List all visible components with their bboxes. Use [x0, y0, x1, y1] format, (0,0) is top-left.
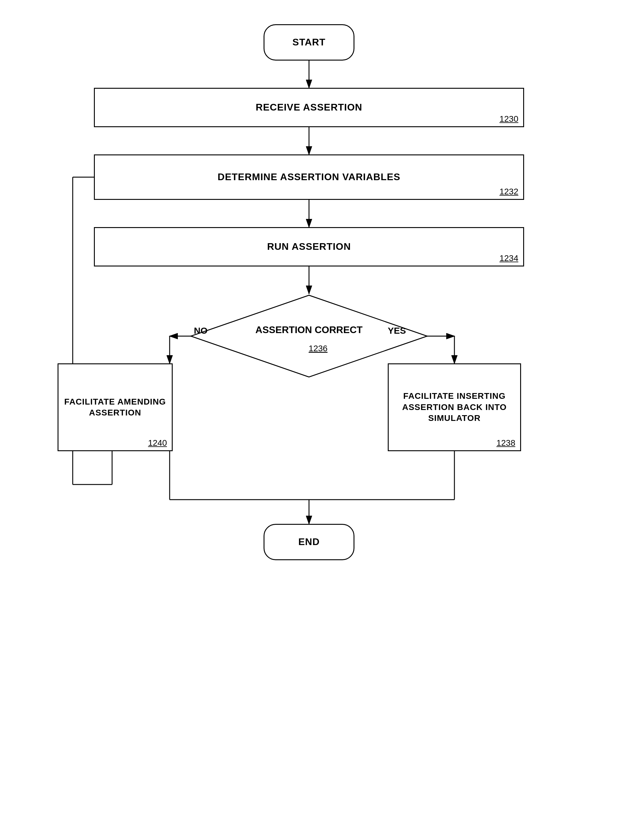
yes-label: YES [388, 326, 406, 336]
ref-1238: 1238 [496, 438, 515, 448]
end-node: END [264, 524, 354, 560]
start-label: START [292, 36, 325, 49]
inserting-assertion-label: FACILITATE INSERTING ASSERTION BACK INTO… [389, 388, 520, 427]
ref-1230: 1230 [499, 114, 518, 124]
svg-text:1236: 1236 [309, 344, 327, 353]
start-node: START [264, 24, 354, 61]
ref-1232: 1232 [499, 187, 518, 197]
ref-1234: 1234 [499, 253, 518, 263]
svg-text:ASSERTION CORRECT: ASSERTION CORRECT [256, 324, 362, 335]
determine-variables-label: DETERMINE ASSERTION VARIABLES [217, 171, 400, 184]
no-label: NO [194, 326, 208, 336]
ref-1240: 1240 [148, 438, 167, 448]
receive-assertion-box: RECEIVE ASSERTION 1230 [94, 88, 524, 127]
run-assertion-label: RUN ASSERTION [267, 240, 351, 253]
determine-variables-box: DETERMINE ASSERTION VARIABLES 1232 [94, 154, 524, 200]
flowchart: START RECEIVE ASSERTION 1230 DETERMINE A… [0, 0, 618, 840]
inserting-assertion-box: FACILITATE INSERTING ASSERTION BACK INTO… [388, 363, 521, 451]
run-assertion-box: RUN ASSERTION 1234 [94, 227, 524, 267]
amending-assertion-label: FACILITATE AMENDING ASSERTION [58, 393, 172, 422]
amending-assertion-box: FACILITATE AMENDING ASSERTION 1240 [58, 363, 173, 451]
end-label: END [299, 536, 320, 548]
receive-assertion-label: RECEIVE ASSERTION [256, 101, 362, 114]
